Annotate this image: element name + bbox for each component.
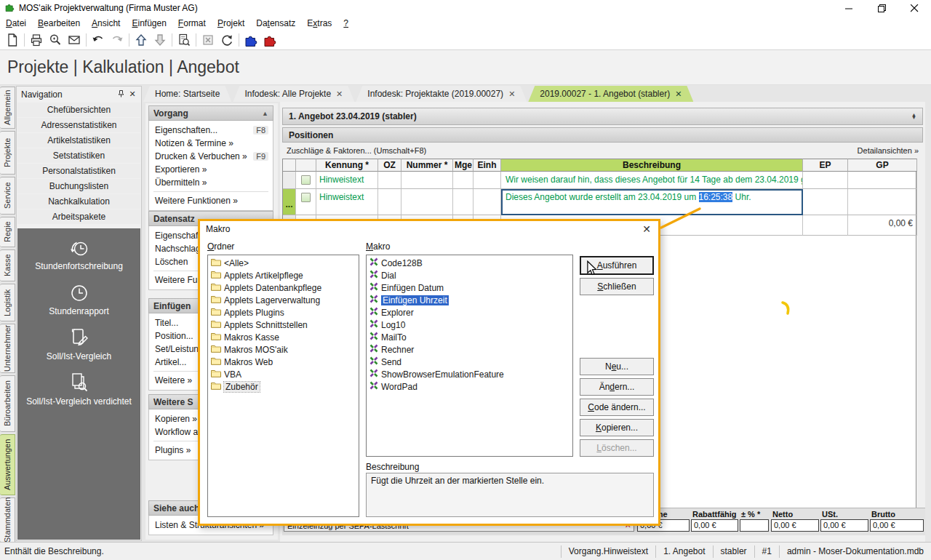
- column-header-einh[interactable]: Einh: [474, 159, 501, 172]
- neu-button[interactable]: Neu...: [580, 358, 654, 375]
- nav-tool-stundenrapport[interactable]: Stundenrapport: [17, 281, 140, 316]
- folder-item[interactable]: Applets Schnittstellen: [208, 319, 359, 331]
- side-tab-regie[interactable]: Regie: [0, 217, 15, 247]
- row-checkbox[interactable]: [301, 193, 311, 202]
- nav-item-chefbersichten[interactable]: Chefübersichten: [17, 103, 140, 117]
- group-header-0[interactable]: Vorgang▲: [148, 105, 273, 121]
- empty-cell[interactable]: [453, 172, 474, 189]
- macro-item[interactable]: Rechner: [367, 343, 572, 356]
- close-panel-icon[interactable]: ✕: [127, 89, 138, 99]
- empty-cell[interactable]: [474, 189, 501, 215]
- macro-item[interactable]: Send: [367, 356, 572, 368]
- doc-tab-3[interactable]: 2019.00027 - 1. Angebot (stabler)✕: [528, 86, 693, 102]
- ep-cell[interactable]: [803, 189, 848, 215]
- side-tab-kasse[interactable]: Kasse: [0, 249, 15, 281]
- folder-item[interactable]: <Alle>: [208, 257, 359, 269]
- detail-views-link[interactable]: Detailansichten »: [858, 146, 919, 155]
- action-weiterefunktionen»[interactable]: Weitere Funktionen »: [149, 194, 273, 207]
- macro-item[interactable]: Dial: [367, 269, 572, 281]
- empty-cell[interactable]: [401, 172, 453, 189]
- empty-cell[interactable]: [378, 172, 401, 189]
- action-eigenschaften[interactable]: Eigenschaften...F8: [149, 124, 273, 137]
- nav-tool-soll-ist-vergleich[interactable]: Soll/Ist-Vergleich: [17, 326, 140, 361]
- beschreibung-cell[interactable]: Dieses Angebot wurde erstellt am 23.04.2…: [501, 189, 803, 215]
- folder-item[interactable]: Applets Plugins: [208, 306, 359, 319]
- side-tab-auswertungen[interactable]: Auswertungen: [0, 434, 15, 495]
- doc-tab-1[interactable]: Infodesk: Alle Projekte✕: [233, 86, 354, 102]
- print-icon[interactable]: [27, 31, 46, 49]
- codendern-button[interactable]: Code ändern...: [580, 399, 654, 416]
- nav-item-buchungslisten[interactable]: Buchungslisten: [17, 179, 140, 193]
- doc-tab-2[interactable]: Infodesk: Projektakte (2019.00027)✕: [356, 86, 527, 102]
- macro-item[interactable]: Explorer: [367, 306, 572, 319]
- row-marker[interactable]: [283, 172, 296, 189]
- menu-item-einfgen[interactable]: Einfügen: [126, 17, 172, 30]
- nav-item-personalstatistiken[interactable]: Personalstatistiken: [17, 164, 140, 178]
- menu-item-datei[interactable]: Datei: [0, 17, 32, 30]
- column-header-nummer[interactable]: Nummer *: [401, 159, 453, 172]
- schlieen-button[interactable]: Schließen: [580, 278, 654, 295]
- folder-item[interactable]: Makros Kasse: [208, 331, 359, 343]
- folder-item[interactable]: Makros Web: [208, 356, 359, 368]
- surcharges-link[interactable]: Zuschläge & Faktoren... (Umschalt+F8): [287, 146, 426, 155]
- folder-item[interactable]: Makros MOS'aik: [208, 343, 359, 356]
- new-document-icon[interactable]: [3, 31, 22, 49]
- folder-list[interactable]: <Alle>Applets ArtikelpflegeApplets Daten…: [207, 255, 359, 517]
- action-notizentermine»[interactable]: Notizen & Termine »: [149, 137, 273, 150]
- active-row-marker[interactable]: ...: [283, 189, 296, 215]
- kopieren-button[interactable]: Kopieren...: [580, 419, 654, 436]
- side-tab-allgemein[interactable]: Allgemein: [0, 87, 15, 129]
- nav-item-setstatistiken[interactable]: Setstatistiken: [17, 148, 140, 163]
- menu-item-bearbeiten[interactable]: Bearbeiten: [32, 17, 86, 30]
- minimize-button[interactable]: [833, 0, 866, 16]
- empty-cell[interactable]: [401, 189, 453, 215]
- ausfhren-button[interactable]: Ausführen: [580, 256, 654, 275]
- action-druckenverbuchen»[interactable]: Drucken & Verbuchen »F9: [149, 150, 273, 163]
- plugin-red-icon[interactable]: [260, 31, 279, 49]
- side-tab-projekte[interactable]: Projekte: [0, 131, 15, 175]
- macro-list[interactable]: Code128BDialEinfügen DatumEinfügen Uhrze…: [366, 255, 573, 457]
- plugin-blue-icon[interactable]: [241, 31, 260, 49]
- close-button[interactable]: [898, 0, 931, 16]
- beschreibung-cell[interactable]: Wir weisen darauf hin, dass dieses Angeb…: [501, 172, 803, 189]
- kennung-cell[interactable]: Hinweistext: [316, 172, 378, 189]
- folder-item[interactable]: Applets Datenbankpflege: [208, 281, 359, 294]
- macro-item[interactable]: ShowBrowserEmulationFeature: [367, 368, 572, 380]
- print-preview-icon[interactable]: [46, 31, 65, 49]
- action-exportieren»[interactable]: Exportieren »: [149, 163, 273, 176]
- nav-item-artikelstatistiken[interactable]: Artikelstatistiken: [17, 133, 140, 148]
- macro-item[interactable]: WordPad: [367, 380, 572, 393]
- nav-item-adressenstatistiken[interactable]: Adressenstatistiken: [17, 118, 140, 132]
- kennung-cell[interactable]: Hinweistext: [316, 189, 378, 215]
- ep-cell[interactable]: [803, 215, 848, 236]
- menu-item-ansicht[interactable]: Ansicht: [86, 17, 126, 30]
- nav-tool-stundenfortschreibung[interactable]: Stundenfortschreibung: [17, 236, 140, 271]
- menu-item-datensatz[interactable]: Datensatz: [250, 17, 301, 30]
- dialog-close-icon[interactable]: ✕: [642, 223, 651, 235]
- folder-item[interactable]: Zubehör: [208, 380, 359, 393]
- tab-close-icon[interactable]: ✕: [508, 89, 515, 99]
- side-tab-stammdaten[interactable]: Stammdaten: [0, 497, 15, 543]
- pin-icon[interactable]: [115, 90, 127, 99]
- column-header-gp[interactable]: GP: [848, 159, 917, 172]
- gp-cell[interactable]: [848, 172, 917, 189]
- column-header-kennung[interactable]: Kennung *: [316, 159, 378, 172]
- report-preview-icon[interactable]: [175, 31, 193, 49]
- move-up-icon[interactable]: [132, 31, 151, 49]
- folder-item[interactable]: Applets Artikelpflege: [208, 269, 359, 281]
- menu-item-?[interactable]: ?: [337, 17, 354, 30]
- ndern-button[interactable]: Ändern...: [580, 378, 654, 396]
- nav-tool-soll-ist-vergleich-verdichtet[interactable]: Soll/Ist-Vergleich verdichtet: [17, 371, 140, 407]
- expand-collapse-control[interactable]: ▲▼: [911, 113, 916, 119]
- column-header-beschreibung[interactable]: Beschreibung: [501, 159, 803, 172]
- column-header-mge[interactable]: Mge: [453, 159, 474, 172]
- nav-item-arbeitspakete[interactable]: Arbeitspakete: [17, 209, 140, 224]
- row-checkbox[interactable]: [301, 175, 311, 185]
- macro-item[interactable]: Log10: [367, 319, 572, 331]
- macro-item[interactable]: MailTo: [367, 331, 572, 343]
- side-tab-broarbeiten[interactable]: Büroarbeiten: [0, 375, 15, 432]
- menu-item-format[interactable]: Format: [172, 17, 212, 30]
- folder-item[interactable]: VBA: [208, 368, 359, 380]
- column-header-oz[interactable]: OZ: [378, 159, 401, 172]
- empty-cell[interactable]: [474, 172, 501, 189]
